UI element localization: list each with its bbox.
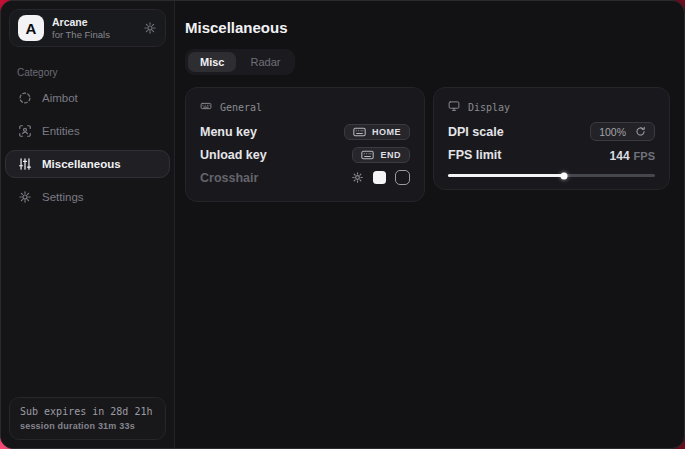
entities-icon [18,124,32,138]
app-window: A Arcane for The Finals Category [0,0,685,449]
display-card: Display DPI scale 100% [433,87,670,190]
tab-bar: Misc Radar [185,49,295,75]
display-card-header: Display [448,100,655,114]
gear-icon [18,190,32,204]
fps-limit-slider[interactable] [448,174,655,177]
tab-radar[interactable]: Radar [238,52,292,72]
dpi-scale-row: DPI scale 100% [448,120,655,143]
app-logo: A [18,15,44,41]
sidebar-item-aimbot[interactable]: Aimbot [5,84,170,112]
unload-key-row: Unload key END [200,143,410,166]
sidebar-item-label: Miscellaneous [42,158,121,170]
keyboard-icon [361,150,374,160]
fps-limit-value: 144 [610,149,630,163]
unload-key-binding[interactable]: END [352,147,410,163]
fps-limit-label: FPS limit [448,148,501,162]
cycle-icon [635,126,646,137]
brand-text: Arcane for The Finals [52,16,110,40]
session-duration-text: session duration 31m 33s [20,421,155,431]
keyboard-small-icon [200,100,212,114]
page-title: Miscellaneous [185,19,672,36]
sliders-icon [18,157,32,171]
menu-key-row: Menu key HOME [200,120,410,143]
desktop-backdrop: A Arcane for The Finals Category [0,0,685,449]
sidebar: A Arcane for The Finals Category [1,1,175,448]
crosshair-label: Crosshair [200,171,258,185]
menu-key-value: HOME [372,127,401,137]
fps-limit-unit: FPS [634,150,655,162]
sidebar-item-settings[interactable]: Settings [5,183,170,211]
sidebar-item-label: Settings [42,191,84,203]
sidebar-nav: Aimbot Entities [1,84,174,211]
tab-misc[interactable]: Misc [188,52,236,72]
fps-limit-value-group: 144FPS [610,146,655,164]
general-card: General Menu key HOME [185,87,425,202]
category-label: Category [17,67,174,78]
brand-card: A Arcane for The Finals [9,9,166,47]
crosshair-controls [351,170,410,185]
general-card-header: General [200,100,410,114]
crosshair-settings-icon[interactable] [351,171,364,184]
sub-expiry-text: Sub expires in 28d 21h [20,406,155,417]
cards-row: General Menu key HOME [185,87,672,202]
display-card-title: Display [468,102,510,113]
dpi-scale-label: DPI scale [448,125,504,139]
menu-key-label: Menu key [200,125,257,139]
crosshair-color-swatch[interactable] [373,171,386,184]
fps-limit-row: FPS limit 144FPS [448,143,655,166]
app-name: Arcane [52,16,110,28]
crosshair-row: Crosshair [200,166,410,189]
sidebar-item-miscellaneous[interactable]: Miscellaneous [5,150,170,178]
dpi-scale-select[interactable]: 100% [590,122,655,141]
main-content: Miscellaneous Misc Radar Gene [175,1,684,448]
gear-icon[interactable] [143,21,157,35]
monitor-icon [448,100,460,114]
crosshair-icon [18,91,32,105]
sidebar-item-label: Aimbot [42,92,78,104]
subscription-status-card: Sub expires in 28d 21h session duration … [9,397,166,440]
app-subtitle: for The Finals [52,29,110,40]
crosshair-checkbox[interactable] [395,170,410,185]
fps-slider-thumb[interactable] [560,172,567,179]
general-card-title: General [220,102,262,113]
sidebar-item-entities[interactable]: Entities [5,117,170,145]
sidebar-item-label: Entities [42,125,80,137]
fps-slider-fill [448,174,564,177]
unload-key-label: Unload key [200,148,267,162]
menu-key-binding[interactable]: HOME [344,124,410,140]
keyboard-icon [353,127,366,137]
dpi-scale-value: 100% [599,126,626,138]
unload-key-value: END [380,150,401,160]
